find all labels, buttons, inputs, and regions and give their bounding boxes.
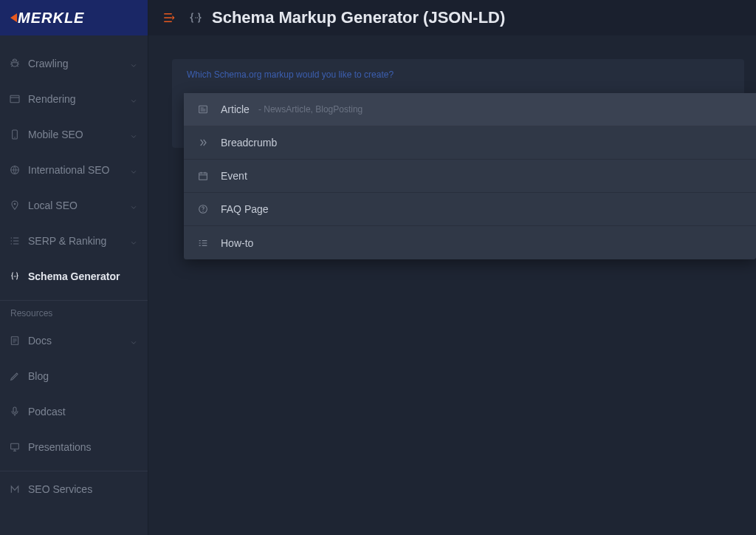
schema-option-label: FAQ Page [221, 203, 269, 215]
window-icon [9, 93, 21, 105]
resources-header: Resources [0, 300, 148, 323]
m-icon [9, 483, 21, 495]
schema-option-subtitle: - NewsArticle, BlogPosting [258, 104, 362, 115]
sidebar-item-seo-services[interactable]: SEO Services [0, 471, 148, 507]
topbar: Schema Markup Generator (JSON-LD) [148, 0, 756, 35]
steps-icon [197, 237, 209, 249]
svg-point-1 [197, 17, 199, 18]
chevron-down-icon [130, 166, 137, 174]
list-icon [9, 235, 21, 247]
chevron-down-icon [130, 95, 137, 103]
pen-icon [9, 370, 21, 382]
braces-icon [188, 10, 203, 25]
chevron-down-icon [130, 337, 137, 344]
help-icon [197, 203, 209, 215]
pin-icon [9, 200, 21, 211]
schema-option-label: How-to [221, 237, 253, 249]
brand-name: MERKLE [18, 10, 84, 27]
content: Which Schema.org markup would you like t… [148, 35, 756, 148]
sidebar-item-label: Rendering [28, 93, 130, 105]
sidebar-item-crawling[interactable]: Crawling [0, 46, 148, 81]
schema-option-article[interactable]: Article - NewsArticle, BlogPosting [184, 93, 756, 126]
page-title-text: Schema Markup Generator (JSON-LD) [212, 8, 505, 27]
page-title: Schema Markup Generator (JSON-LD) [188, 8, 505, 27]
sidebar-item-label: Mobile SEO [28, 129, 130, 140]
sidebar-item-label: Crawling [28, 58, 130, 69]
sidebar-item-mobile-seo[interactable]: Mobile SEO [0, 117, 148, 152]
chevrons-icon [197, 137, 209, 149]
schema-option-label: Event [221, 170, 247, 182]
sidebar-item-serp[interactable]: SERP & Ranking [0, 223, 148, 259]
nav: Crawling Rendering Mobile SEO Internatio… [0, 35, 148, 535]
sidebar-item-local-seo[interactable]: Local SEO [0, 188, 148, 223]
article-icon [197, 103, 209, 115]
braces-icon [9, 270, 21, 282]
schema-option-label: Breadcrumb [221, 137, 277, 149]
doc-icon [9, 335, 21, 347]
sidebar-item-label: Blog [28, 370, 137, 382]
sidebar: MERKLE Crawling Rendering Mobile SEO Int… [0, 0, 148, 535]
sidebar-item-label: SERP & Ranking [28, 235, 130, 247]
hint-text: Which Schema.org markup would you like t… [172, 59, 744, 80]
chevron-down-icon [130, 237, 137, 245]
sidebar-item-rendering[interactable]: Rendering [0, 81, 148, 117]
phone-icon [9, 129, 21, 140]
bug-icon [9, 58, 21, 69]
brand-logo[interactable]: MERKLE [0, 0, 148, 35]
mic-icon [9, 406, 21, 418]
schema-option-faq page[interactable]: FAQ Page [184, 193, 756, 226]
sidebar-item-docs[interactable]: Docs [0, 323, 148, 358]
globe-icon [9, 164, 21, 176]
schema-selector-card: Which Schema.org markup would you like t… [172, 59, 744, 148]
sidebar-item-label: Local SEO [28, 200, 130, 211]
schema-option-breadcrumb[interactable]: Breadcrumb [184, 126, 756, 160]
schema-option-how-to[interactable]: How-to [184, 226, 756, 259]
svg-point-0 [195, 17, 196, 18]
sidebar-item-label: Docs [28, 335, 130, 347]
sidebar-item-blog[interactable]: Blog [0, 358, 148, 394]
calendar-icon [197, 170, 209, 182]
sidebar-item-intl-seo[interactable]: International SEO [0, 152, 148, 188]
main: Schema Markup Generator (JSON-LD) Which … [148, 0, 756, 535]
schema-option-label: Article [221, 103, 250, 115]
sidebar-item-podcast[interactable]: Podcast [0, 394, 148, 429]
sidebar-item-presentations[interactable]: Presentations [0, 429, 148, 465]
chevron-down-icon [130, 131, 137, 138]
chevron-down-icon [130, 60, 137, 67]
chevron-down-icon [130, 202, 137, 209]
brand-arrow-icon [10, 13, 17, 22]
screen-icon [9, 441, 21, 453]
sidebar-item-label: Presentations [28, 441, 137, 453]
sidebar-item-label: Podcast [28, 406, 137, 418]
schema-type-dropdown[interactable]: Article - NewsArticle, BlogPosting Bread… [184, 93, 756, 259]
schema-option-event[interactable]: Event [184, 160, 756, 193]
collapse-sidebar-button[interactable] [162, 10, 176, 25]
sidebar-item-schema-gen[interactable]: Schema Generator [0, 259, 148, 294]
sidebar-item-label: SEO Services [28, 483, 137, 495]
sidebar-item-label: International SEO [28, 164, 130, 176]
sidebar-item-label: Schema Generator [28, 270, 137, 282]
